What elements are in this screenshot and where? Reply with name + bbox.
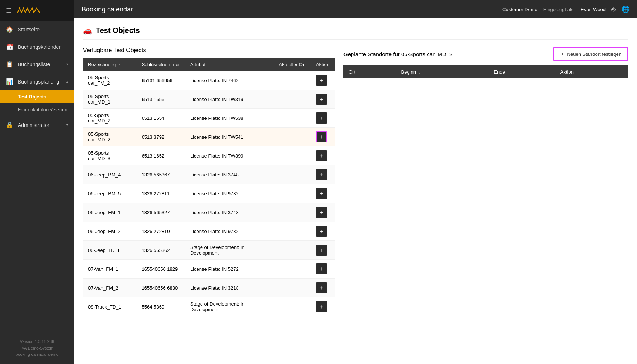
cell-bezeichnung: 05-Sports car_FM_2 <box>83 71 137 90</box>
cell-attribut: License Plate: IN 9732 <box>185 184 274 203</box>
add-action-button[interactable]: ＋ <box>316 226 327 237</box>
cell-schlusselnummer: 1326 272810 <box>137 222 185 241</box>
sidebar-header: ☰ <box>0 0 74 21</box>
cell-attribut: License Plate: IN TW541 <box>185 128 274 146</box>
cell-bezeichnung: 07-Van_FM_1 <box>83 260 137 279</box>
sidebar-label-buchungsplanung: Buchungsplanung <box>18 79 62 85</box>
cell-attribut: License Plate: IN 3748 <box>185 203 274 222</box>
add-action-button[interactable]: ＋ <box>316 150 327 161</box>
sidebar-label-administration: Administration <box>18 122 62 128</box>
table-header: Bezeichnung ↑ Schlüsselnummer Attribut A… <box>83 58 335 71</box>
add-action-button[interactable]: ＋ <box>316 263 327 274</box>
table-row: 05-Sports car_MD_26513 1654License Plate… <box>83 109 335 128</box>
table-row: 06-Jeep_TD_11326 565362Stage of Developm… <box>83 241 335 260</box>
chevron-up-icon: ▴ <box>66 80 68 84</box>
cell-schlusselnummer: 165540656 6830 <box>137 279 185 297</box>
sort-up-icon[interactable]: ↑ <box>119 63 121 67</box>
col-ende-label: Ende <box>494 69 505 75</box>
globe-icon[interactable]: 🌐 <box>621 5 630 13</box>
cell-aktion: ＋ <box>311 279 335 297</box>
cell-aktueller-ort <box>274 260 311 279</box>
content-area: 🚗 Test Objects Verfügbare Test Objects B… <box>74 18 637 364</box>
cell-aktueller-ort <box>274 146 311 165</box>
sidebar-item-test-objects[interactable]: Test Objects <box>0 90 74 103</box>
cell-attribut: License Plate: IN TW538 <box>185 109 274 128</box>
header-row: Bezeichnung ↑ Schlüsselnummer Attribut A… <box>83 58 335 71</box>
left-panel-title: Verfügbare Test Objects <box>83 47 335 54</box>
cell-schlusselnummer: 6513 3792 <box>137 128 185 146</box>
cell-aktueller-ort <box>274 71 311 90</box>
add-action-button[interactable]: ＋ <box>316 301 327 312</box>
sidebar-item-buchungsliste[interactable]: 📋 Buchungsliste ▾ <box>0 55 74 73</box>
col-beginn-label: Beginn <box>401 69 416 75</box>
table-row: 06-Jeep_FM_21326 272810License Plate: IN… <box>83 222 335 241</box>
cell-schlusselnummer: 1326 565362 <box>137 241 185 260</box>
col-attribut: Attribut <box>185 58 274 71</box>
customer-name: Customer Demo <box>502 7 537 12</box>
sidebar-item-fragenkataloge[interactable]: Fragenkataloge/-serien <box>0 103 74 116</box>
cell-aktueller-ort <box>274 297 311 316</box>
topbar-right: Customer Demo Eingeloggt als: Evan Wood … <box>502 5 630 13</box>
sidebar-item-administration[interactable]: 🔒 Administration ▾ <box>0 116 74 134</box>
logout-icon[interactable]: ⎋ <box>611 6 616 13</box>
col-ort-label: Ort <box>349 69 355 75</box>
sidebar-label-buchungskalender: Buchungskalender <box>18 44 68 50</box>
add-action-button[interactable]: ＋ <box>316 131 327 142</box>
cell-aktueller-ort <box>274 128 311 146</box>
locations-table: Ort Beginn ↓ Ende Aktion <box>343 65 628 78</box>
cell-attribut: License Plate: IN 3748 <box>185 165 274 184</box>
cell-schlusselnummer: 6513 1656 <box>137 90 185 109</box>
col-aktion: Aktion <box>311 58 335 71</box>
add-action-button[interactable]: ＋ <box>316 75 327 86</box>
col-aktion-label: Aktion <box>316 62 329 67</box>
table-body: 05-Sports car_FM_265131 656956License Pl… <box>83 71 335 316</box>
cell-bezeichnung: 05-Sports car_MD_2 <box>83 128 137 146</box>
cell-aktion: ＋ <box>311 109 335 128</box>
cell-aktueller-ort <box>274 184 311 203</box>
cell-aktion: ＋ <box>311 203 335 222</box>
sidebar-item-buchungsplanung[interactable]: 📊 Buchungsplanung ▴ <box>0 73 74 90</box>
cell-aktueller-ort <box>274 203 311 222</box>
sidebar-item-buchungskalender[interactable]: 📅 Buchungskalender <box>0 38 74 55</box>
content-layout: Verfügbare Test Objects Bezeichnung ↑ Sc… <box>83 47 628 316</box>
cell-attribut: License Plate: IN TW399 <box>185 146 274 165</box>
topbar-title: Booking calendar <box>81 6 502 13</box>
cell-aktueller-ort <box>274 279 311 297</box>
topbar: Booking calendar Customer Demo Eingelogg… <box>74 0 637 18</box>
system-text: IVA Demo-System <box>6 345 68 352</box>
cell-schlusselnummer: 1326 565367 <box>137 165 185 184</box>
add-action-button[interactable]: ＋ <box>316 169 327 180</box>
sidebar-label-startseite: Startseite <box>18 27 68 33</box>
add-action-button[interactable]: ＋ <box>316 245 327 256</box>
table-row: 08-Truck_TD_15564 5369Stage of Developme… <box>83 297 335 316</box>
col-beginn: Beginn ↓ <box>396 65 489 78</box>
cell-bezeichnung: 06-Jeep_FM_1 <box>83 203 137 222</box>
hamburger-icon[interactable]: ☰ <box>6 6 12 14</box>
col-aktueller-ort-label: Aktueller Ort <box>279 62 306 67</box>
cell-bezeichnung: 06-Jeep_BM_5 <box>83 184 137 203</box>
table-row: 06-Jeep_BM_51326 272811License Plate: IN… <box>83 184 335 203</box>
sidebar-item-startseite[interactable]: 🏠 Startseite <box>0 21 74 38</box>
add-location-button[interactable]: ＋ Neuen Standort festlegen <box>553 47 628 61</box>
cell-aktueller-ort <box>274 241 311 260</box>
cell-aktueller-ort <box>274 165 311 184</box>
col-schlusselnummer: Schlüsselnummer <box>137 58 185 71</box>
sort-down-icon[interactable]: ↓ <box>419 70 421 74</box>
add-action-button[interactable]: ＋ <box>316 188 327 199</box>
col-schlusselnummer-label: Schlüsselnummer <box>142 62 180 67</box>
cell-attribut: License Plate: IN 5272 <box>185 260 274 279</box>
col-aktion-right: Aktion <box>555 65 628 78</box>
add-action-button[interactable]: ＋ <box>316 112 327 124</box>
shield-icon: 🔒 <box>6 121 13 128</box>
cell-aktueller-ort <box>274 90 311 109</box>
cell-aktion: ＋ <box>311 184 335 203</box>
page-title: Test Objects <box>96 26 140 35</box>
add-action-button[interactable]: ＋ <box>316 207 327 218</box>
add-action-button[interactable]: ＋ <box>316 282 327 293</box>
cell-aktion: ＋ <box>311 165 335 184</box>
cell-aktion: ＋ <box>311 241 335 260</box>
page-header: 🚗 Test Objects <box>83 26 628 40</box>
cell-bezeichnung: 05-Sports car_MD_3 <box>83 146 137 165</box>
add-action-button[interactable]: ＋ <box>316 94 327 105</box>
cell-attribut: Stage of Development: In Development <box>185 241 274 260</box>
